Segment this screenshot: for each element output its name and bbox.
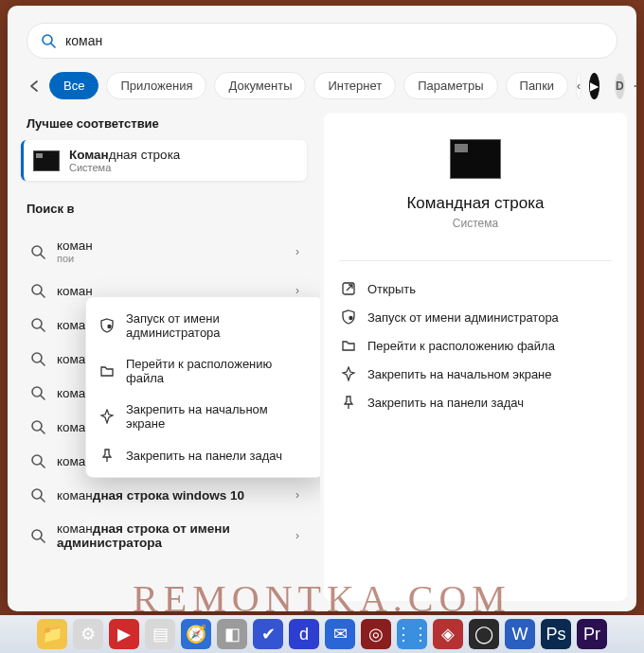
context-menu-item[interactable]: Запуск от имени администратора <box>86 303 320 348</box>
search-icon <box>30 528 45 543</box>
search-icon <box>30 453 45 468</box>
results-column: Лучшее соответствие Командная строка Сис… <box>8 109 320 609</box>
preview-title: Командная строка <box>406 194 544 213</box>
scroll-right-button[interactable]: ▶ <box>589 73 599 99</box>
taskbar-app[interactable]: ◧ <box>217 619 247 649</box>
back-button[interactable] <box>27 79 42 94</box>
divider <box>339 260 612 261</box>
i-pin2-icon <box>341 395 356 410</box>
preview-action[interactable]: Закрепить на панели задач <box>339 388 612 416</box>
taskbar-app[interactable]: ⋮⋮ <box>397 619 427 649</box>
taskbar-app[interactable]: ◈ <box>433 619 463 649</box>
context-menu-item[interactable]: Перейти к расположению файла <box>86 348 320 394</box>
i-pin2-icon <box>99 448 115 463</box>
filter-tabs: ВсеПриложенияДокументыИнтернетПараметрыП… <box>8 68 636 109</box>
tab-приложения[interactable]: Приложения <box>106 72 206 99</box>
preview-action[interactable]: Закрепить на начальном экране <box>339 360 612 388</box>
taskbar-app[interactable]: W <box>505 619 535 649</box>
taskbar-app[interactable]: ◎ <box>361 619 391 649</box>
preview-action[interactable]: Открыть <box>339 274 612 303</box>
preview-subtitle: Система <box>453 217 498 230</box>
tab-папки[interactable]: Папки <box>506 72 569 99</box>
taskbar-app[interactable]: ▤ <box>145 619 175 649</box>
action-list: ОткрытьЗапуск от имени администратораПер… <box>339 274 612 416</box>
more-options-button[interactable]: ⋯ <box>633 73 636 99</box>
context-menu: Запуск от имени администратораПерейти к … <box>85 296 320 478</box>
search-icon <box>30 244 45 259</box>
taskbar-app[interactable]: 📁 <box>37 619 67 649</box>
taskbar-app[interactable]: d <box>289 619 319 649</box>
context-menu-item[interactable]: Закрепить на начальном экране <box>86 394 320 439</box>
preview-icon <box>450 139 501 179</box>
taskbar-app[interactable]: ⚙ <box>73 619 103 649</box>
tab-параметры[interactable]: Параметры <box>403 72 497 99</box>
preview-action[interactable]: Перейти к расположению файла <box>339 331 612 360</box>
best-match-heading: Лучшее соответствие <box>8 109 320 140</box>
i-shield-icon <box>341 309 356 325</box>
tab-интернет[interactable]: Интернет <box>313 72 396 99</box>
i-pin-icon <box>341 366 356 381</box>
search-icon <box>30 385 45 400</box>
search-icon <box>41 33 56 48</box>
i-shield-icon <box>99 318 115 333</box>
user-avatar[interactable]: D <box>615 73 625 99</box>
i-pin-icon <box>99 409 115 424</box>
i-folder-icon <box>99 363 115 379</box>
arrow-left-icon <box>27 79 42 94</box>
i-open-icon <box>341 281 356 296</box>
chevron-right-icon: › <box>295 529 299 542</box>
suggestion-item[interactable]: команпои› <box>13 229 314 274</box>
chevron-right-icon: › <box>295 245 299 258</box>
search-icon <box>30 317 45 332</box>
i-folder-icon <box>341 338 356 353</box>
preview-panel: Командная строка Система ОткрытьЗапуск о… <box>324 113 627 601</box>
best-match-item[interactable]: Командная строка Система <box>21 140 307 181</box>
search-query-text: коман <box>65 33 102 48</box>
search-icon <box>30 487 45 503</box>
best-match-title: Командная строка <box>69 148 180 162</box>
tab-документы[interactable]: Документы <box>214 72 306 99</box>
suggestion-item[interactable]: командная строка от имени администратора… <box>13 512 314 559</box>
chevron-right-icon: › <box>295 488 299 502</box>
suggestion-item[interactable]: командная строка windows 10› <box>13 478 314 512</box>
search-icon <box>30 283 45 298</box>
taskbar-app[interactable]: ▶ <box>109 619 139 649</box>
taskbar-app[interactable]: ✉ <box>325 619 355 649</box>
main-area: Лучшее соответствие Командная строка Сис… <box>8 109 636 609</box>
scroll-left-button[interactable]: ‹ <box>576 73 581 99</box>
taskbar-app[interactable]: Pr <box>577 619 607 649</box>
cmd-icon <box>33 150 60 171</box>
best-match-subtitle: Система <box>69 162 180 173</box>
taskbar-app[interactable]: Ps <box>541 619 571 649</box>
taskbar-app[interactable]: 🧭 <box>181 619 211 649</box>
search-in-heading: Поиск в <box>8 186 320 225</box>
search-input[interactable]: коман <box>27 23 617 59</box>
search-window: коман ВсеПриложенияДокументыИнтернетПара… <box>8 6 636 611</box>
taskbar-app[interactable]: ◯ <box>469 619 499 649</box>
taskbar: 📁⚙▶▤🧭◧✔d✉◎⋮⋮◈◯WPsPr <box>0 615 644 653</box>
preview-action[interactable]: Запуск от имени администратора <box>339 303 612 331</box>
chevron-right-icon: › <box>295 284 299 297</box>
taskbar-app[interactable]: ✔ <box>253 619 283 649</box>
context-menu-item[interactable]: Закрепить на панели задач <box>86 439 320 471</box>
tab-все[interactable]: Все <box>49 72 98 99</box>
search-icon <box>30 419 45 434</box>
search-icon <box>30 351 45 366</box>
